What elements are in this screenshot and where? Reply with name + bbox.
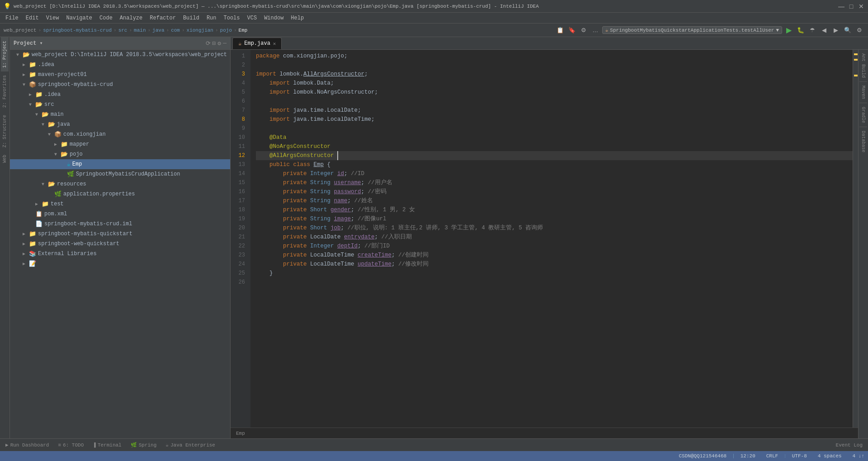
tree-item-emp[interactable]: ☕ Emp: [10, 159, 230, 169]
left-tab-favorites[interactable]: 2: Favorites: [1, 71, 9, 111]
status-crlf[interactable]: CRLF: [766, 453, 778, 459]
nav-emp[interactable]: Emp: [239, 28, 248, 33]
tree-item-idea-2[interactable]: ▶ 📁 .idea: [10, 90, 230, 100]
nav-gear-btn[interactable]: ⚙: [579, 25, 589, 35]
hide-panel-icon[interactable]: —: [223, 40, 226, 47]
menu-build[interactable]: Build: [179, 14, 203, 22]
tab-close-emp[interactable]: ✕: [273, 41, 276, 47]
menu-refactor[interactable]: Refactor: [146, 14, 179, 22]
nav-xiongjian[interactable]: xiongjian: [187, 28, 213, 33]
event-log-btn[interactable]: Event Log: [834, 442, 864, 449]
nav-module[interactable]: springboot-mybatis-crud: [43, 28, 112, 33]
tree-item-main[interactable]: ▼ 📂 main: [10, 109, 230, 119]
menu-vcs[interactable]: VCS: [244, 14, 261, 22]
right-tab-maven[interactable]: Maven: [859, 81, 867, 103]
maximize-button[interactable]: □: [848, 3, 854, 10]
status-position[interactable]: 12:20: [741, 453, 755, 459]
bottom-toolbar: ▶ Run Dashboard ≡ 6: TODO ▐ Terminal 🌿 S…: [0, 438, 868, 451]
menu-run[interactable]: Run: [203, 14, 220, 22]
tree-item-pom[interactable]: 📋 pom.xml: [10, 209, 230, 219]
tree-item-java[interactable]: ▼ 📂 java: [10, 119, 230, 129]
panel-editor-row: 1 2 3 4 5 6 7 8 9 10 11 12 13: [231, 50, 868, 438]
label-com-xiongjian: com.xiongjian: [63, 131, 106, 138]
toolbar-forward[interactable]: ▶: [831, 25, 841, 35]
right-tab-ant-build[interactable]: Ant Build: [859, 50, 867, 81]
right-tab-gradle[interactable]: Gradle: [859, 103, 867, 127]
tree-item-idea-1[interactable]: ▶ 📁 .idea: [10, 60, 230, 70]
code-area[interactable]: package com.xiongjian.pojo; import lombo…: [250, 50, 853, 428]
status-indent[interactable]: 4 spaces: [818, 453, 842, 459]
left-tab-web[interactable]: Web: [1, 151, 9, 166]
nav-more-btn[interactable]: …: [590, 25, 600, 35]
tree-item-iml[interactable]: 📄 springboot-mybatis-crud.iml: [10, 219, 230, 229]
run-config-selector[interactable]: ☕ SpringbootMybatisQuickstartApplication…: [602, 26, 782, 34]
folder-icon-web-project: 📂: [23, 51, 30, 58]
menu-analyze[interactable]: Analyze: [116, 14, 146, 22]
tree-item-resources[interactable]: ▼ 📂 resources: [10, 179, 230, 189]
coverage-button[interactable]: ☂: [807, 25, 817, 35]
tree-item-springboot-app[interactable]: 🌿 SpringbootMybatisCrudApplication: [10, 169, 230, 179]
code-line-21: private LocalDate entrydate; //入职日期: [256, 233, 853, 242]
terminal-btn[interactable]: ▐ Terminal: [91, 442, 123, 449]
nav-com[interactable]: com: [171, 28, 180, 33]
tree-item-ext-libs[interactable]: ▶ 📚 External Libraries: [10, 249, 230, 259]
tree-item-com-xiongjian[interactable]: ▼ 📦 com.xiongjian: [10, 129, 230, 139]
status-encoding[interactable]: UTF-8: [792, 453, 807, 459]
tree-item-mapper[interactable]: ▶ 📁 mapper: [10, 139, 230, 149]
menu-code[interactable]: Code: [96, 14, 116, 22]
middle-section: 1: Project 2: Favorites Z: Structure Web…: [0, 37, 868, 438]
label-springboot-mybatis-crud: springboot-mybatis-crud: [38, 81, 113, 88]
tree-item-web-project[interactable]: ▼ 📂 web_project D:\IntelliJ IDEA 2018.3.…: [10, 50, 230, 60]
nav-pojo[interactable]: pojo: [220, 28, 232, 33]
nav-main[interactable]: main: [134, 28, 146, 33]
tree-item-web-quickstart[interactable]: ▶ 📁 springboot-web-quickstart: [10, 239, 230, 249]
right-tab-database[interactable]: Database: [859, 127, 867, 156]
gear-icon[interactable]: ⚙: [217, 40, 221, 47]
nav-settings-btn[interactable]: 📋: [555, 25, 565, 35]
line-num-1: 1: [231, 52, 249, 61]
editor-scrollbar[interactable]: [853, 50, 858, 428]
label-java: java: [57, 121, 70, 128]
settings-btn[interactable]: ⚙: [854, 25, 864, 35]
menu-navigate[interactable]: Navigate: [62, 14, 96, 22]
nav-src[interactable]: src: [118, 28, 127, 33]
status-info: 4 ↓↑: [853, 453, 864, 459]
tree-item-src[interactable]: ▼ 📂 src: [10, 100, 230, 109]
tree-item-quickstart[interactable]: ▶ 📁 springboot-mybatis-quickstart: [10, 229, 230, 239]
menu-help[interactable]: Help: [287, 14, 307, 22]
nav-bookmark-btn[interactable]: 🔖: [567, 25, 577, 35]
tree-item-app-properties[interactable]: 🌿 application.properties: [10, 189, 230, 199]
menu-edit[interactable]: Edit: [22, 14, 42, 22]
left-tab-project[interactable]: 1: Project: [1, 37, 9, 71]
menu-window[interactable]: Window: [260, 14, 287, 22]
tree-item-scratches[interactable]: ▶ 📝: [10, 259, 230, 269]
spring-btn[interactable]: 🌿 Spring: [129, 441, 159, 449]
left-tab-structure[interactable]: Z: Structure: [1, 111, 9, 151]
tab-emp-java[interactable]: ☕ Emp.java ✕: [232, 38, 282, 49]
tree-item-maven-project01[interactable]: ▶ 📁 maven-project01: [10, 70, 230, 80]
tree-item-pojo[interactable]: ▼ 📂 pojo: [10, 149, 230, 159]
run-button[interactable]: ▶: [784, 25, 794, 35]
code-line-10: @Data: [256, 133, 853, 142]
nav-java[interactable]: java: [152, 28, 164, 33]
tree-item-test[interactable]: ▶ 📁 test: [10, 199, 230, 209]
module-icon-springboot: 📦: [29, 81, 36, 88]
debug-button[interactable]: 🐛: [796, 25, 806, 35]
java-enterprise-btn[interactable]: ☕ Java Enterprise: [164, 441, 217, 449]
status-right: CSDN@QQ121546468 | 12:20 CRLF : UTF-8 4 …: [679, 453, 865, 459]
search-everywhere-btn[interactable]: 🔍: [843, 25, 853, 35]
menu-view[interactable]: View: [42, 14, 63, 22]
collapse-icon[interactable]: ⊟: [212, 40, 216, 47]
nav-project[interactable]: web_project: [4, 28, 37, 33]
todo-btn[interactable]: ≡ 6: TODO: [56, 442, 85, 449]
sync-icon[interactable]: ⟳: [206, 40, 211, 47]
menu-file[interactable]: File: [2, 14, 22, 22]
package-icon-com: 📦: [54, 131, 61, 138]
run-dashboard-btn[interactable]: ▶ Run Dashboard: [4, 441, 51, 449]
label-pom: pom.xml: [44, 211, 67, 217]
minimize-button[interactable]: —: [838, 3, 844, 10]
toolbar-back[interactable]: ◀: [819, 25, 829, 35]
menu-tools[interactable]: Tools: [220, 14, 244, 22]
tree-item-springboot-mybatis-crud[interactable]: ▼ 📦 springboot-mybatis-crud: [10, 80, 230, 90]
close-button[interactable]: ✕: [858, 3, 864, 10]
